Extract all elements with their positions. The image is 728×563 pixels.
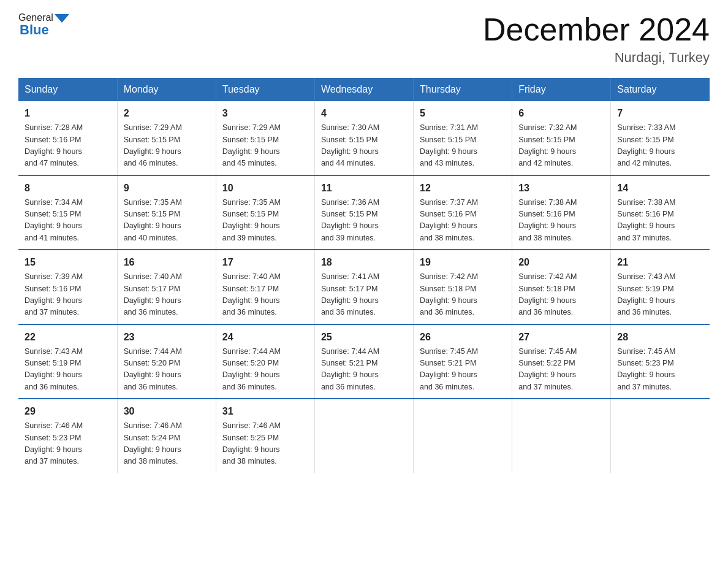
day-info: Sunrise: 7:42 AMSunset: 5:18 PMDaylight:… [420,271,506,319]
day-info: Sunrise: 7:33 AMSunset: 5:15 PMDaylight:… [617,122,703,170]
calendar-cell: 17Sunrise: 7:40 AMSunset: 5:17 PMDayligh… [216,250,314,324]
calendar-cell: 15Sunrise: 7:39 AMSunset: 5:16 PMDayligh… [18,250,117,324]
day-info: Sunrise: 7:29 AMSunset: 5:15 PMDaylight:… [124,122,210,170]
day-number: 11 [321,181,407,196]
calendar-cell [512,399,611,473]
day-number: 4 [321,106,407,121]
day-number: 5 [420,106,506,121]
day-number: 26 [420,330,506,345]
day-number: 21 [617,255,703,270]
day-number: 31 [222,404,308,419]
calendar-week-row: 29Sunrise: 7:46 AMSunset: 5:23 PMDayligh… [18,399,710,473]
day-info: Sunrise: 7:35 AMSunset: 5:15 PMDaylight:… [222,197,308,245]
weekday-header-tuesday: Tuesday [216,78,314,101]
calendar-cell [611,399,710,473]
day-number: 28 [617,330,703,345]
day-number: 3 [222,106,308,121]
calendar-table: SundayMondayTuesdayWednesdayThursdayFrid… [18,78,710,473]
day-number: 22 [25,330,111,345]
day-number: 10 [222,181,308,196]
day-number: 19 [420,255,506,270]
day-info: Sunrise: 7:32 AMSunset: 5:15 PMDaylight:… [518,122,604,170]
calendar-cell: 12Sunrise: 7:37 AMSunset: 5:16 PMDayligh… [414,175,512,250]
calendar-cell: 7Sunrise: 7:33 AMSunset: 5:15 PMDaylight… [611,101,710,175]
calendar-cell: 4Sunrise: 7:30 AMSunset: 5:15 PMDaylight… [314,101,413,175]
day-info: Sunrise: 7:36 AMSunset: 5:15 PMDaylight:… [321,197,407,245]
weekday-header-monday: Monday [117,78,216,101]
day-number: 18 [321,255,407,270]
day-info: Sunrise: 7:38 AMSunset: 5:16 PMDaylight:… [518,197,604,245]
calendar-cell: 27Sunrise: 7:45 AMSunset: 5:22 PMDayligh… [512,324,611,399]
calendar-week-row: 22Sunrise: 7:43 AMSunset: 5:19 PMDayligh… [18,324,710,399]
day-number: 24 [222,330,308,345]
calendar-cell: 3Sunrise: 7:29 AMSunset: 5:15 PMDaylight… [216,101,314,175]
day-number: 7 [617,106,703,121]
day-info: Sunrise: 7:41 AMSunset: 5:17 PMDaylight:… [321,271,407,319]
day-number: 9 [124,181,210,196]
calendar-cell: 14Sunrise: 7:38 AMSunset: 5:16 PMDayligh… [611,175,710,250]
calendar-cell: 13Sunrise: 7:38 AMSunset: 5:16 PMDayligh… [512,175,611,250]
day-info: Sunrise: 7:45 AMSunset: 5:22 PMDaylight:… [518,346,604,394]
calendar-cell: 10Sunrise: 7:35 AMSunset: 5:15 PMDayligh… [216,175,314,250]
day-number: 14 [617,181,703,196]
day-number: 1 [25,106,111,121]
day-number: 8 [25,181,111,196]
calendar-cell: 16Sunrise: 7:40 AMSunset: 5:17 PMDayligh… [117,250,216,324]
calendar-cell: 6Sunrise: 7:32 AMSunset: 5:15 PMDaylight… [512,101,611,175]
day-info: Sunrise: 7:46 AMSunset: 5:25 PMDaylight:… [222,420,308,468]
day-info: Sunrise: 7:31 AMSunset: 5:15 PMDaylight:… [420,122,506,170]
day-number: 27 [518,330,604,345]
weekday-header-saturday: Saturday [611,78,710,101]
calendar-cell: 2Sunrise: 7:29 AMSunset: 5:15 PMDaylight… [117,101,216,175]
day-number: 13 [518,181,604,196]
day-info: Sunrise: 7:29 AMSunset: 5:15 PMDaylight:… [222,122,308,170]
day-number: 6 [518,106,604,121]
calendar-week-row: 15Sunrise: 7:39 AMSunset: 5:16 PMDayligh… [18,250,710,324]
calendar-cell: 1Sunrise: 7:28 AMSunset: 5:16 PMDaylight… [18,101,117,175]
calendar-cell: 19Sunrise: 7:42 AMSunset: 5:18 PMDayligh… [414,250,512,324]
day-info: Sunrise: 7:35 AMSunset: 5:15 PMDaylight:… [124,197,210,245]
day-info: Sunrise: 7:43 AMSunset: 5:19 PMDaylight:… [617,271,703,319]
day-number: 23 [124,330,210,345]
day-info: Sunrise: 7:39 AMSunset: 5:16 PMDaylight:… [25,271,111,319]
calendar-cell: 28Sunrise: 7:45 AMSunset: 5:23 PMDayligh… [611,324,710,399]
logo: General Blue [18,12,69,38]
weekday-header-thursday: Thursday [414,78,512,101]
day-info: Sunrise: 7:44 AMSunset: 5:20 PMDaylight:… [222,346,308,394]
calendar-cell: 18Sunrise: 7:41 AMSunset: 5:17 PMDayligh… [314,250,413,324]
day-info: Sunrise: 7:45 AMSunset: 5:23 PMDaylight:… [617,346,703,394]
calendar-cell: 9Sunrise: 7:35 AMSunset: 5:15 PMDaylight… [117,175,216,250]
calendar-cell: 31Sunrise: 7:46 AMSunset: 5:25 PMDayligh… [216,399,314,473]
weekday-header-friday: Friday [512,78,611,101]
day-info: Sunrise: 7:46 AMSunset: 5:23 PMDaylight:… [25,420,111,468]
weekday-header-sunday: Sunday [18,78,117,101]
location-text: Nurdagi, Turkey [483,50,710,66]
day-number: 29 [25,404,111,419]
calendar-cell: 22Sunrise: 7:43 AMSunset: 5:19 PMDayligh… [18,324,117,399]
logo-blue-text: Blue [18,22,49,38]
calendar-cell: 25Sunrise: 7:44 AMSunset: 5:21 PMDayligh… [314,324,413,399]
calendar-cell: 5Sunrise: 7:31 AMSunset: 5:15 PMDaylight… [414,101,512,175]
day-info: Sunrise: 7:40 AMSunset: 5:17 PMDaylight:… [222,271,308,319]
day-info: Sunrise: 7:43 AMSunset: 5:19 PMDaylight:… [25,346,111,394]
calendar-cell [414,399,512,473]
day-info: Sunrise: 7:38 AMSunset: 5:16 PMDaylight:… [617,197,703,245]
day-number: 12 [420,181,506,196]
logo-arrow-icon [55,14,69,23]
day-number: 15 [25,255,111,270]
title-area: December 2024 Nurdagi, Turkey [483,12,710,66]
calendar-cell: 8Sunrise: 7:34 AMSunset: 5:15 PMDaylight… [18,175,117,250]
month-title: December 2024 [483,12,710,47]
calendar-cell: 29Sunrise: 7:46 AMSunset: 5:23 PMDayligh… [18,399,117,473]
calendar-cell: 20Sunrise: 7:42 AMSunset: 5:18 PMDayligh… [512,250,611,324]
day-info: Sunrise: 7:44 AMSunset: 5:20 PMDaylight:… [124,346,210,394]
page-header: General Blue December 2024 Nurdagi, Turk… [18,12,710,66]
day-info: Sunrise: 7:28 AMSunset: 5:16 PMDaylight:… [25,122,111,170]
day-number: 25 [321,330,407,345]
day-number: 2 [124,106,210,121]
day-info: Sunrise: 7:44 AMSunset: 5:21 PMDaylight:… [321,346,407,394]
day-info: Sunrise: 7:42 AMSunset: 5:18 PMDaylight:… [518,271,604,319]
day-number: 16 [124,255,210,270]
calendar-cell: 23Sunrise: 7:44 AMSunset: 5:20 PMDayligh… [117,324,216,399]
day-info: Sunrise: 7:45 AMSunset: 5:21 PMDaylight:… [420,346,506,394]
